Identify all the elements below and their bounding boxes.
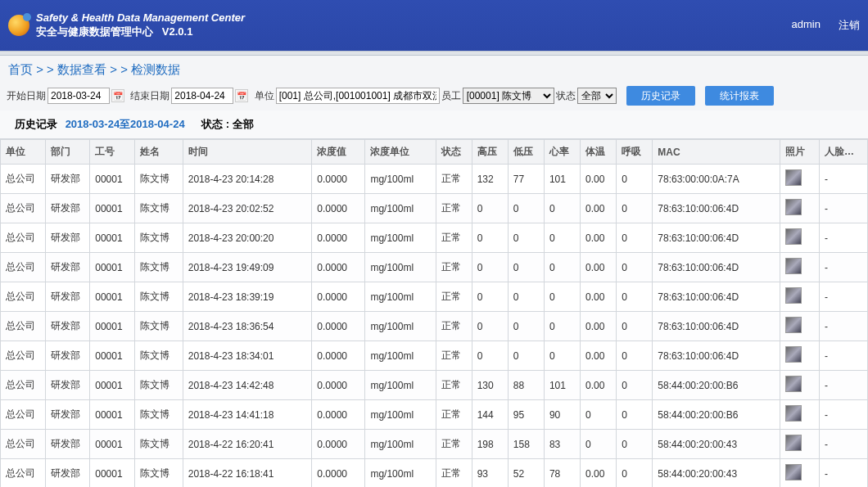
cell-dept: 研发部 <box>45 371 90 400</box>
cell-face: - <box>820 165 868 194</box>
user-link[interactable]: admin <box>792 18 821 33</box>
cell-temp: 0.00 <box>581 459 617 488</box>
table-row[interactable]: 总公司研发部00001陈文博2018-4-23 18:39:190.0000mg… <box>1 282 868 312</box>
cell-temp: 0.00 <box>581 194 617 223</box>
col-header[interactable]: 人脸识别 <box>820 140 868 165</box>
cell-photo[interactable] <box>780 459 819 488</box>
table-row[interactable]: 总公司研发部00001陈文博2018-4-23 18:36:540.0000mg… <box>1 312 868 341</box>
col-header[interactable]: 时间 <box>183 140 312 165</box>
photo-thumbnail-icon[interactable] <box>785 464 802 480</box>
cell-photo[interactable] <box>780 312 819 341</box>
cell-unit: 总公司 <box>1 312 46 341</box>
table-row[interactable]: 总公司研发部00001陈文博2018-4-23 20:02:520.0000mg… <box>1 194 868 223</box>
photo-thumbnail-icon[interactable] <box>785 199 802 215</box>
col-header[interactable]: 状态 <box>436 140 472 165</box>
cell-face: - <box>820 253 868 282</box>
cell-cunit: mg/100ml <box>365 400 436 430</box>
photo-thumbnail-icon[interactable] <box>785 258 802 274</box>
unit-input[interactable] <box>276 88 440 104</box>
breadcrumb-l1[interactable]: 数据查看 <box>57 62 106 76</box>
photo-thumbnail-icon[interactable] <box>785 346 802 363</box>
cell-photo[interactable] <box>780 341 819 371</box>
cell-mac: 58:44:00:20:00:B6 <box>653 371 780 400</box>
cell-conc: 0.0000 <box>312 400 365 430</box>
status-select[interactable]: 全部 <box>577 88 617 104</box>
cell-conc: 0.0000 <box>312 165 365 194</box>
table-row[interactable]: 总公司研发部00001陈文博2018-4-23 19:49:090.0000mg… <box>1 253 868 282</box>
cell-photo[interactable] <box>780 371 819 400</box>
breadcrumb-l2[interactable]: 检测数据 <box>131 62 180 76</box>
cell-photo[interactable] <box>780 253 819 282</box>
cell-lp: 0 <box>508 253 544 282</box>
cell-time: 2018-4-23 19:49:09 <box>183 253 312 282</box>
cell-photo[interactable] <box>780 282 819 312</box>
cell-photo[interactable] <box>780 165 819 194</box>
cell-hp: 198 <box>472 430 508 459</box>
col-header[interactable]: 高压 <box>472 140 508 165</box>
table-row[interactable]: 总公司研发部00001陈文博2018-4-22 16:20:410.0000mg… <box>1 430 868 459</box>
cell-resp: 0 <box>617 459 653 488</box>
col-header[interactable]: 姓名 <box>134 140 183 165</box>
breadcrumb-home[interactable]: 首页 <box>8 62 33 76</box>
cell-cunit: mg/100ml <box>365 459 436 488</box>
photo-thumbnail-icon[interactable] <box>785 317 802 333</box>
col-header[interactable]: 体温 <box>581 140 617 165</box>
photo-thumbnail-icon[interactable] <box>785 405 802 422</box>
col-header[interactable]: 照片 <box>780 140 819 165</box>
table-row[interactable]: 总公司研发部00001陈文博2018-4-22 16:18:410.0000mg… <box>1 459 868 488</box>
cell-name: 陈文博 <box>134 430 183 459</box>
photo-thumbnail-icon[interactable] <box>785 287 802 304</box>
cell-hr: 101 <box>544 371 580 400</box>
cell-dept: 研发部 <box>45 312 90 341</box>
start-date-input[interactable] <box>47 88 110 104</box>
app-logo-icon <box>8 15 29 36</box>
col-header[interactable]: 心率 <box>544 140 580 165</box>
cell-dept: 研发部 <box>45 282 90 312</box>
cell-lp: 0 <box>508 194 544 223</box>
cell-photo[interactable] <box>780 194 819 223</box>
photo-thumbnail-icon[interactable] <box>785 435 802 451</box>
report-button[interactable]: 统计报表 <box>705 86 774 106</box>
cell-photo[interactable] <box>780 430 819 459</box>
photo-thumbnail-icon[interactable] <box>785 169 802 186</box>
table-row[interactable]: 总公司研发部00001陈文博2018-4-23 20:00:200.0000mg… <box>1 223 868 253</box>
table-row[interactable]: 总公司研发部00001陈文博2018-4-23 14:42:480.0000mg… <box>1 371 868 400</box>
cell-conc: 0.0000 <box>312 194 365 223</box>
cell-status: 正常 <box>436 165 472 194</box>
table-header-row: 单位部门工号姓名时间浓度值浓度单位状态高压低压心率体温呼吸MAC照片人脸识别 <box>1 140 868 165</box>
calendar-icon[interactable]: 📅 <box>235 89 248 102</box>
data-table: 单位部门工号姓名时间浓度值浓度单位状态高压低压心率体温呼吸MAC照片人脸识别 总… <box>0 139 868 487</box>
app-title-cn: 安全与健康数据管理中心 V2.0.1 <box>36 25 245 39</box>
cell-photo[interactable] <box>780 400 819 430</box>
col-header[interactable]: 浓度值 <box>312 140 365 165</box>
status-label: 状态 <box>556 89 576 103</box>
table-row[interactable]: 总公司研发部00001陈文博2018-4-23 18:34:010.0000mg… <box>1 341 868 371</box>
cell-mac: 58:44:00:20:00:B6 <box>653 400 780 430</box>
history-button[interactable]: 历史记录 <box>626 86 695 106</box>
table-row[interactable]: 总公司研发部00001陈文博2018-4-23 14:41:180.0000mg… <box>1 400 868 430</box>
data-table-wrap[interactable]: 单位部门工号姓名时间浓度值浓度单位状态高压低压心率体温呼吸MAC照片人脸识别 总… <box>0 138 868 487</box>
end-date-input[interactable] <box>171 88 233 104</box>
col-header[interactable]: 部门 <box>45 140 90 165</box>
calendar-icon[interactable]: 📅 <box>111 89 124 102</box>
logout-link[interactable]: 注销 <box>839 18 860 33</box>
col-header[interactable]: 浓度单位 <box>365 140 436 165</box>
cell-lp: 0 <box>508 341 544 371</box>
col-header[interactable]: MAC <box>653 140 780 165</box>
employee-select[interactable]: [00001] 陈文博 <box>463 88 554 104</box>
cell-unit: 总公司 <box>1 459 46 488</box>
col-header[interactable]: 呼吸 <box>617 140 653 165</box>
cell-empid: 00001 <box>90 194 135 223</box>
cell-temp: 0 <box>581 400 617 430</box>
cell-photo[interactable] <box>780 223 819 253</box>
cell-status: 正常 <box>436 341 472 371</box>
photo-thumbnail-icon[interactable] <box>785 376 802 392</box>
col-header[interactable]: 工号 <box>90 140 135 165</box>
table-row[interactable]: 总公司研发部00001陈文博2018-4-23 20:14:280.0000mg… <box>1 165 868 194</box>
col-header[interactable]: 单位 <box>1 140 46 165</box>
cell-temp: 0.00 <box>581 282 617 312</box>
photo-thumbnail-icon[interactable] <box>785 228 802 245</box>
cell-cunit: mg/100ml <box>365 430 436 459</box>
cell-mac: 58:44:00:20:00:43 <box>653 430 780 459</box>
col-header[interactable]: 低压 <box>508 140 544 165</box>
